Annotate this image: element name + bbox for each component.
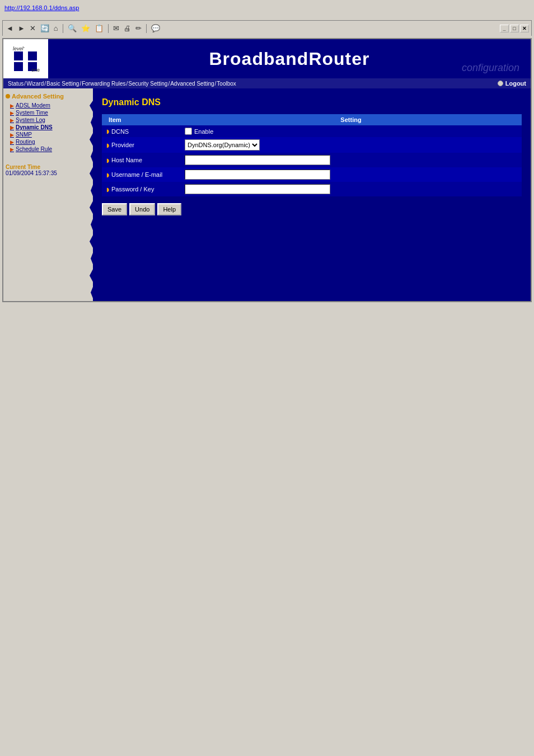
- dcns-checkbox-text: Enable: [194, 128, 213, 135]
- favorites-btn[interactable]: ⭐: [80, 24, 91, 32]
- sidebar-item-schedule-rule[interactable]: ▶ Schedule Rule: [6, 145, 91, 153]
- arrow-icon-adsl: ▶: [10, 103, 14, 109]
- arrow-icon-time: ▶: [10, 110, 14, 116]
- nav-basic-setting[interactable]: Basic Setting: [46, 81, 79, 87]
- label-username: ◗ Username / E-mail: [102, 167, 180, 182]
- logout-radio[interactable]: [498, 81, 503, 86]
- sidebar-bullet: [6, 94, 10, 98]
- refresh-btn[interactable]: 🔄: [39, 24, 50, 32]
- nav-sep-2: /: [44, 81, 46, 87]
- sidebar-item-system-time[interactable]: ▶ System Time: [6, 109, 91, 116]
- edit-btn[interactable]: ✏: [134, 24, 143, 32]
- sidebar-item-adsl-modem[interactable]: ▶ ADSL Modem: [6, 102, 91, 109]
- sidebar-label-dns: Dynamic DNS: [16, 124, 53, 130]
- nav-links: Status / Wizard / Basic Setting / Forwar…: [8, 81, 236, 87]
- current-time-value: 01/09/2004 15:37:35: [6, 170, 91, 176]
- save-button[interactable]: Save: [102, 203, 127, 215]
- table-row-password: ◗ Password / Key: [102, 182, 522, 196]
- username-label-text: Username / E-mail: [111, 171, 162, 178]
- arrow-icon-snmp: ▶: [10, 132, 14, 138]
- table-row-username: ◗ Username / E-mail: [102, 167, 522, 182]
- current-time-label: Current Time: [6, 164, 91, 170]
- help-button[interactable]: Help: [157, 203, 181, 215]
- toolbar-right: _ □ ✕: [500, 25, 529, 32]
- setting-provider: DynDNS.org(Dynamic) DynDNS.org(Static) D…: [180, 137, 522, 153]
- sidebar-label-time: System Time: [16, 110, 48, 116]
- label-dcns: ◗ DCNS: [102, 125, 180, 137]
- logo-cell-2: [28, 51, 37, 60]
- nav-security-setting[interactable]: Security Setting: [128, 81, 167, 87]
- nav-forwarding-rules[interactable]: Forwarding Rules: [82, 81, 125, 87]
- search-btn[interactable]: 🔍: [67, 24, 78, 32]
- sidebar-item-dynamic-dns[interactable]: ▶ Dynamic DNS: [6, 124, 91, 131]
- dns-table: Item Setting ◗ DCNS: [102, 114, 522, 196]
- row-arrow-hostname: ◗: [106, 157, 109, 163]
- sidebar-label-routing: Routing: [16, 139, 35, 145]
- router-header: level' one BroadbandRouter configuration: [3, 39, 531, 78]
- logo-box: level' one: [12, 45, 40, 73]
- main-content: Advanced Setting ▶ ADSL Modem ▶ System T…: [3, 88, 531, 301]
- sidebar-title-text: Advanced Setting: [12, 93, 64, 100]
- sidebar-label-snmp: SNMP: [16, 132, 32, 138]
- sidebar-item-snmp[interactable]: ▶ SNMP: [6, 131, 91, 138]
- history-btn[interactable]: 📋: [93, 24, 105, 32]
- label-hostname: ◗ Host Name: [102, 153, 180, 167]
- nav-advanced-setting[interactable]: Advanced Setting: [170, 81, 214, 87]
- stop-btn[interactable]: ✕: [29, 24, 37, 32]
- browser-toolbar: ◄ ► ✕ 🔄 ⌂ 🔍 ⭐ 📋 ✉ 🖨 ✏ 💬 _ □ ✕: [2, 20, 532, 36]
- brand-subtitle: configuration: [462, 62, 519, 74]
- sep2: [108, 24, 109, 33]
- forward-btn[interactable]: ►: [17, 24, 26, 32]
- hostname-input[interactable]: [185, 155, 330, 165]
- page-link[interactable]: http://192.168.0.1/ddns.asp: [4, 4, 534, 11]
- logo-cell-1: [14, 51, 23, 60]
- nav-sep-4: /: [127, 81, 128, 87]
- content-panel: Dynamic DNS Item Setting ◗: [93, 88, 531, 301]
- page-title: Dynamic DNS: [102, 97, 522, 107]
- password-label-text: Password / Key: [111, 186, 154, 192]
- sep1: [63, 24, 63, 33]
- discuss-btn[interactable]: 💬: [150, 24, 161, 32]
- mail-btn[interactable]: ✉: [112, 24, 120, 32]
- sidebar-label-log: System Log: [16, 117, 45, 123]
- provider-label-text: Provider: [111, 142, 134, 148]
- password-input[interactable]: [185, 184, 330, 194]
- logo-area: level' one: [3, 39, 48, 78]
- col-header-setting: Setting: [180, 114, 522, 125]
- username-input[interactable]: [185, 170, 330, 180]
- home-btn[interactable]: ⌂: [53, 24, 59, 32]
- col-header-item: Item: [102, 114, 180, 125]
- setting-hostname: [180, 153, 522, 167]
- setting-password: [180, 182, 522, 196]
- nav-wizard[interactable]: Wizard: [26, 81, 44, 87]
- maximize-btn[interactable]: □: [510, 25, 519, 32]
- sidebar-section-title: Advanced Setting: [6, 93, 91, 100]
- dcns-checkbox[interactable]: [185, 128, 192, 135]
- nav-status[interactable]: Status: [8, 81, 24, 87]
- nav-sep-1: /: [24, 81, 26, 87]
- router-container: level' one BroadbandRouter configuration: [2, 38, 532, 302]
- logout-button[interactable]: Logout: [505, 80, 526, 87]
- header-title: BroadbandRouter configuration: [48, 39, 531, 78]
- nav-toolbox[interactable]: Toolbox: [217, 81, 236, 87]
- current-time-section: Current Time 01/09/2004 15:37:35: [6, 164, 91, 176]
- sidebar-item-routing[interactable]: ▶ Routing: [6, 138, 91, 145]
- row-arrow-dcns: ◗: [106, 128, 109, 134]
- label-password: ◗ Password / Key: [102, 182, 180, 196]
- dcns-checkbox-label: Enable: [185, 128, 517, 135]
- row-arrow-username: ◗: [106, 172, 109, 178]
- provider-select[interactable]: DynDNS.org(Dynamic) DynDNS.org(Static) D…: [185, 139, 260, 151]
- print-btn[interactable]: 🖨: [123, 24, 132, 32]
- logo-cell-3: [14, 62, 23, 71]
- logout-area: Logout: [498, 80, 526, 87]
- logo-level-text: level': [13, 46, 24, 51]
- table-row-provider: ◗ Provider DynDNS.org(Dynamic) DynDNS.or…: [102, 137, 522, 153]
- sidebar-item-system-log[interactable]: ▶ System Log: [6, 116, 91, 124]
- arrow-icon-routing: ▶: [10, 139, 14, 145]
- nav-sep-3: /: [79, 81, 81, 87]
- button-row: Save Undo Help: [102, 203, 522, 215]
- back-btn[interactable]: ◄: [5, 24, 15, 32]
- undo-button[interactable]: Undo: [129, 203, 155, 215]
- close-btn[interactable]: ✕: [520, 25, 529, 32]
- minimize-btn[interactable]: _: [500, 25, 509, 32]
